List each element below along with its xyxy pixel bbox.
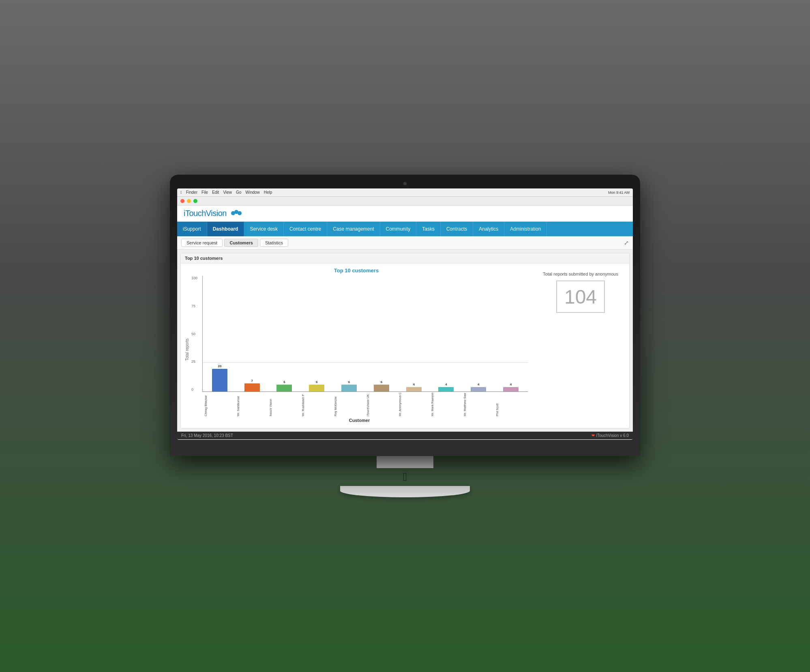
x-axis-bar-label: Roy McKenzie bbox=[334, 392, 364, 416]
svg-point-2 bbox=[238, 211, 242, 215]
stand-base bbox=[340, 486, 470, 497]
bar-group: 20 bbox=[204, 278, 235, 392]
bar bbox=[438, 387, 454, 392]
nav-bar: iSupport Dashboard Service desk Contact … bbox=[177, 222, 633, 236]
app-content: iTouchVision iSupport bbox=[177, 205, 633, 439]
x-axis-bar-label: Chirag Bhavsar bbox=[204, 392, 235, 416]
window-chrome bbox=[177, 197, 633, 205]
imac-screen:  Finder File Edit View Go Window Help M… bbox=[177, 188, 633, 440]
bar-group: 4 bbox=[463, 278, 494, 392]
main-area: Top 10 customers Top 10 customers Total … bbox=[177, 250, 633, 432]
bar bbox=[374, 385, 389, 392]
expand-icon[interactable]: ⤢ bbox=[624, 240, 629, 246]
bar-group: 6 bbox=[334, 278, 364, 392]
finder-menu[interactable]: Finder bbox=[186, 190, 197, 195]
x-labels-container: Chirag BhavsarMr. SahilkumarItouch Visio… bbox=[202, 392, 528, 416]
minimize-button[interactable] bbox=[187, 199, 191, 203]
x-axis-bar-label: Phil Scott bbox=[495, 392, 526, 416]
nav-item-isupport[interactable]: iSupport bbox=[177, 222, 207, 236]
apple-menu[interactable]:  bbox=[180, 190, 182, 195]
edit-menu[interactable]: Edit bbox=[212, 190, 219, 195]
bar-group: 6 bbox=[269, 278, 300, 392]
bar-group: 7 bbox=[237, 278, 268, 392]
footer-brand-text: iTouchVision v 6.0 bbox=[596, 433, 629, 438]
x-axis-bar-label: Mr. Matthew Saw bbox=[463, 392, 494, 416]
bar-group: 4 bbox=[399, 278, 429, 392]
heart-icon: ❤ bbox=[591, 433, 595, 438]
nav-item-dashboard[interactable]: Dashboard bbox=[207, 222, 244, 236]
nav-item-contracts[interactable]: Contracts bbox=[441, 222, 473, 236]
camera bbox=[403, 182, 407, 185]
stats-label: Total reports submitted by anonymous bbox=[543, 272, 618, 276]
bar bbox=[276, 385, 292, 392]
card-body: Top 10 customers Total reports bbox=[181, 263, 629, 427]
tab-service-request[interactable]: Service request bbox=[181, 239, 223, 247]
imac-bezel:  Finder File Edit View Go Window Help M… bbox=[170, 175, 640, 456]
app-logo-text: iTouchVision bbox=[184, 209, 227, 218]
stats-number: 104 bbox=[564, 286, 597, 308]
x-axis-bar-label: Mr. Rushikesh P bbox=[301, 392, 332, 416]
card-top10: Top 10 customers Top 10 customers Total … bbox=[180, 253, 630, 428]
nav-item-case-management[interactable]: Case management bbox=[327, 222, 380, 236]
bar bbox=[309, 385, 324, 392]
bar bbox=[503, 387, 519, 392]
bar bbox=[341, 385, 357, 392]
bars-container: 20766664444 bbox=[204, 278, 526, 392]
close-button[interactable] bbox=[180, 199, 184, 203]
chart-title: Top 10 customers bbox=[334, 268, 379, 274]
app-header: iTouchVision bbox=[177, 205, 633, 222]
app-footer: Fri, 13 May 2016, 10:23 BST ❤ iTouchVisi… bbox=[177, 432, 633, 439]
nav-item-administration[interactable]: Administration bbox=[504, 222, 547, 236]
go-menu[interactable]: Go bbox=[236, 190, 241, 195]
help-menu[interactable]: Help bbox=[264, 190, 272, 195]
bar-group: 4 bbox=[431, 278, 462, 392]
card-title: Top 10 customers bbox=[181, 253, 629, 263]
people-icon bbox=[229, 210, 242, 219]
chart-container: Top 10 customers Total reports bbox=[185, 268, 528, 423]
view-menu[interactable]: View bbox=[223, 190, 232, 195]
menubar-left:  Finder File Edit View Go Window Help bbox=[180, 190, 272, 195]
menubar-right: Mon 9:41 AM bbox=[608, 190, 630, 195]
chart-plot: 0 25 50 75 100 2076666 bbox=[202, 276, 528, 392]
nav-item-community[interactable]: Community bbox=[380, 222, 417, 236]
y-axis-label: Total reports bbox=[185, 276, 189, 423]
x-axis-bar-label: Mr. Anonymous C bbox=[398, 392, 429, 416]
sub-tabs: Service request Customers Statistics ⤢ bbox=[177, 236, 633, 250]
bar-group: 6 bbox=[301, 278, 332, 392]
y-axis-labels: 0 25 50 75 100 bbox=[191, 276, 197, 392]
stats-number-box: 104 bbox=[556, 280, 605, 313]
macos-menubar:  Finder File Edit View Go Window Help M… bbox=[177, 188, 633, 197]
x-axis-bar-label: Itouch Vision bbox=[269, 392, 300, 416]
window-menu[interactable]: Window bbox=[245, 190, 260, 195]
imac-wrapper:  Finder File Edit View Go Window Help M… bbox=[170, 175, 640, 497]
footer-datetime: Fri, 13 May 2016, 10:23 BST bbox=[181, 433, 233, 438]
x-axis-bar-label: Mr. Sahilkumar bbox=[236, 392, 267, 416]
nav-item-analytics[interactable]: Analytics bbox=[473, 222, 504, 236]
nav-item-service-desk[interactable]: Service desk bbox=[244, 222, 284, 236]
stand-neck bbox=[377, 456, 433, 468]
nav-item-tasks[interactable]: Tasks bbox=[416, 222, 441, 236]
x-axis-bar-label: Mr. Mark Rawson bbox=[431, 392, 461, 416]
maximize-button[interactable] bbox=[193, 199, 197, 203]
bar bbox=[244, 383, 260, 392]
menubar-time: Mon 9:41 AM bbox=[608, 190, 630, 195]
apple-logo:  bbox=[403, 471, 407, 484]
footer-brand: ❤ iTouchVision v 6.0 bbox=[591, 433, 629, 438]
nav-item-contact-centre[interactable]: Contact centre bbox=[284, 222, 327, 236]
bar-group: 4 bbox=[495, 278, 526, 392]
x-axis-bar-label: iTouchVision UK bbox=[366, 392, 397, 416]
bar bbox=[212, 369, 227, 392]
tab-statistics[interactable]: Statistics bbox=[260, 239, 288, 247]
bar bbox=[406, 387, 422, 392]
file-menu[interactable]: File bbox=[201, 190, 208, 195]
bar-group: 6 bbox=[366, 278, 397, 392]
bar bbox=[471, 387, 486, 392]
tab-customers[interactable]: Customers bbox=[224, 239, 258, 247]
sub-tabs-left: Service request Customers Statistics bbox=[181, 239, 288, 247]
stats-box: Total reports submitted by anonymous 104 bbox=[536, 268, 625, 423]
x-axis-label: Customer bbox=[191, 418, 528, 423]
